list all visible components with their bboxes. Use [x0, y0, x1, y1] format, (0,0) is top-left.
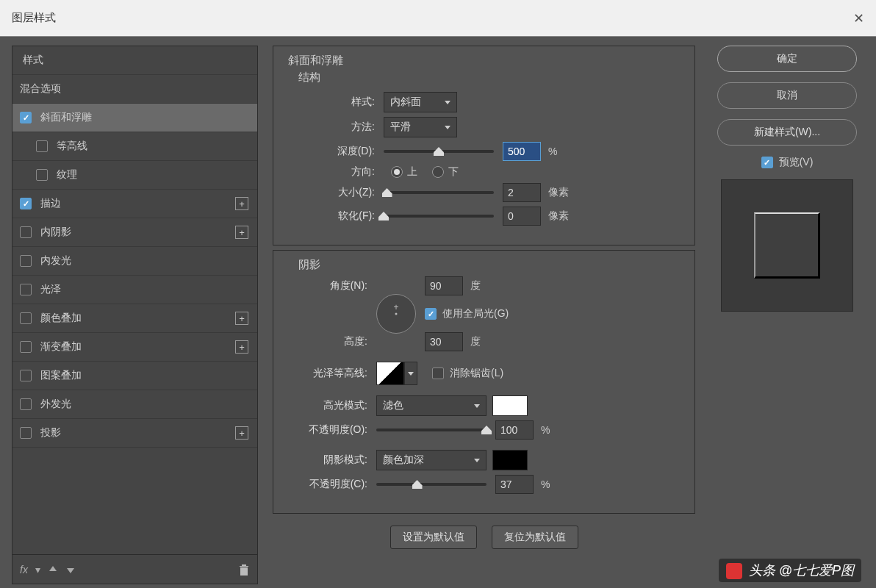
- antialias-label: 消除锯齿(L): [450, 367, 503, 380]
- ok-button[interactable]: 确定: [717, 46, 857, 72]
- contour-label: 光泽等高线:: [288, 367, 376, 380]
- soften-unit: 像素: [548, 209, 569, 223]
- close-icon[interactable]: ✕: [853, 10, 864, 26]
- depth-input[interactable]: 500: [503, 142, 541, 161]
- contour-swatch[interactable]: [376, 362, 404, 385]
- soften-input[interactable]: 0: [503, 207, 541, 226]
- sidebar-item-checkbox[interactable]: [20, 226, 32, 238]
- style-dropdown[interactable]: 内斜面: [384, 92, 457, 112]
- plus-icon[interactable]: +: [235, 226, 248, 239]
- sidebar-item-label: 描边: [40, 197, 61, 210]
- sidebar-header[interactable]: 样式: [12, 46, 257, 75]
- soften-slider[interactable]: [384, 215, 494, 218]
- antialias-checkbox[interactable]: [432, 368, 444, 379]
- struct-title: 结构: [298, 71, 680, 85]
- arrow-up-icon[interactable]: [48, 564, 58, 575]
- sidebar-item-checkbox[interactable]: [36, 140, 48, 152]
- highlight-opacity-input[interactable]: 100: [495, 420, 534, 440]
- sidebar-item-checkbox[interactable]: [20, 370, 32, 381]
- highlight-color-swatch[interactable]: [492, 395, 528, 416]
- content: 样式 混合选项 斜面和浮雕等高线纹理描边+内阴影+内发光光泽颜色叠加+渐变叠加+…: [0, 37, 876, 584]
- sidebar-item-checkbox[interactable]: [20, 198, 32, 209]
- bevel-panel: 斜面和浮雕 结构 样式: 内斜面 方法: 平滑 深度(D): 500 % 方向:…: [273, 46, 695, 245]
- sidebar-blend-label: 混合选项: [20, 82, 61, 96]
- sidebar-item-checkbox[interactable]: [20, 112, 32, 123]
- plus-icon[interactable]: +: [235, 312, 248, 325]
- method-dropdown[interactable]: 平滑: [384, 117, 457, 137]
- sidebar-item-7[interactable]: 颜色叠加+: [12, 304, 257, 333]
- sidebar-item-checkbox[interactable]: [20, 341, 32, 353]
- sidebar-item-label: 等高线: [57, 140, 87, 153]
- highlight-opacity-label: 不透明度(O):: [288, 423, 376, 437]
- dir-down-radio[interactable]: [432, 166, 444, 178]
- row-altitude: 高度: 30 度: [288, 332, 680, 351]
- bevel-title: 斜面和浮雕: [288, 54, 680, 68]
- plus-icon[interactable]: +: [235, 197, 248, 210]
- size-slider[interactable]: [384, 191, 494, 194]
- reset-default-button[interactable]: 复位为默认值: [492, 526, 578, 549]
- sidebar-item-2[interactable]: 纹理: [12, 161, 257, 190]
- sidebar-item-4[interactable]: 内阴影+: [12, 218, 257, 247]
- sidebar-item-9[interactable]: 图案叠加: [12, 362, 257, 390]
- plus-icon[interactable]: +: [235, 340, 248, 354]
- default-buttons: 设置为默认值 复位为默认值: [273, 526, 695, 549]
- shadow-mode-dropdown[interactable]: 颜色加深: [376, 450, 487, 470]
- cancel-button[interactable]: 取消: [717, 82, 857, 109]
- sidebar-item-3[interactable]: 描边+: [12, 190, 257, 218]
- shadow-opacity-slider[interactable]: [376, 483, 487, 486]
- sidebar-item-checkbox[interactable]: [20, 427, 32, 439]
- sidebar-item-0[interactable]: 斜面和浮雕: [12, 104, 257, 132]
- sidebar-item-label: 内发光: [40, 254, 71, 268]
- highlight-opacity-slider[interactable]: [376, 429, 487, 431]
- sidebar-header-label: 样式: [23, 54, 43, 67]
- sidebar-item-5[interactable]: 内发光: [12, 247, 257, 276]
- set-default-button[interactable]: 设置为默认值: [390, 526, 477, 549]
- fx-icon[interactable]: fx: [20, 564, 28, 576]
- row-style: 样式: 内斜面: [288, 92, 680, 112]
- sidebar-item-label: 内阴影: [40, 226, 71, 239]
- new-style-button[interactable]: 新建样式(W)...: [717, 119, 857, 146]
- sidebar-item-checkbox[interactable]: [36, 169, 48, 181]
- sidebar: 样式 混合选项 斜面和浮雕等高线纹理描边+内阴影+内发光光泽颜色叠加+渐变叠加+…: [12, 46, 258, 584]
- shadow-title: 阴影: [298, 258, 680, 272]
- plus-icon[interactable]: +: [235, 426, 248, 440]
- arrow-down-icon[interactable]: [65, 564, 76, 575]
- angle-dial[interactable]: +: [376, 294, 416, 334]
- sidebar-item-label: 颜色叠加: [40, 312, 82, 325]
- sidebar-item-6[interactable]: 光泽: [12, 276, 257, 304]
- window-title: 图层样式: [12, 11, 56, 25]
- shadow-panel: 阴影 角度(N): 90 度 + 使用全局光(G) 高度: 30 度 光泽等高线…: [273, 250, 695, 514]
- trash-icon[interactable]: [238, 563, 250, 576]
- altitude-label: 高度:: [288, 335, 376, 348]
- style-list: 样式 混合选项 斜面和浮雕等高线纹理描边+内阴影+内发光光泽颜色叠加+渐变叠加+…: [12, 46, 258, 584]
- global-light-checkbox[interactable]: [425, 308, 437, 320]
- center-panel: 斜面和浮雕 结构 样式: 内斜面 方法: 平滑 深度(D): 500 % 方向:…: [273, 46, 695, 584]
- shadow-color-swatch[interactable]: [492, 450, 528, 470]
- sidebar-item-checkbox[interactable]: [20, 398, 32, 410]
- angle-input[interactable]: 90: [425, 276, 463, 295]
- size-input[interactable]: 2: [503, 183, 541, 202]
- highlight-mode-dropdown[interactable]: 滤色: [376, 395, 487, 416]
- altitude-input[interactable]: 30: [425, 332, 463, 351]
- angle-label: 角度(N):: [288, 279, 376, 293]
- shadow-opacity-input[interactable]: 37: [495, 475, 534, 494]
- sidebar-item-checkbox[interactable]: [20, 284, 32, 295]
- row-soften: 软化(F): 0 像素: [288, 207, 680, 226]
- sidebar-blend-options[interactable]: 混合选项: [12, 75, 257, 104]
- watermark-text: 头条 @七七爱P图: [749, 563, 854, 578]
- preview-checkbox[interactable]: [761, 157, 773, 168]
- titlebar: 图层样式 ✕: [0, 0, 876, 37]
- sidebar-item-checkbox[interactable]: [20, 312, 32, 324]
- shadow-mode-label: 阴影模式:: [288, 453, 376, 467]
- sidebar-item-10[interactable]: 外发光: [12, 390, 257, 419]
- contour-dropdown[interactable]: [404, 362, 417, 385]
- dir-up-radio[interactable]: [391, 166, 403, 178]
- sidebar-item-8[interactable]: 渐变叠加+: [12, 333, 257, 362]
- sidebar-item-1[interactable]: 等高线: [12, 132, 257, 161]
- sidebar-item-11[interactable]: 投影+: [12, 419, 257, 448]
- preview-label: 预览(V): [779, 156, 814, 169]
- sidebar-item-checkbox[interactable]: [20, 255, 32, 267]
- row-direction: 方向: 上 下: [288, 165, 680, 179]
- row-shadow-mode: 阴影模式: 颜色加深: [288, 450, 680, 470]
- depth-slider[interactable]: [384, 150, 494, 153]
